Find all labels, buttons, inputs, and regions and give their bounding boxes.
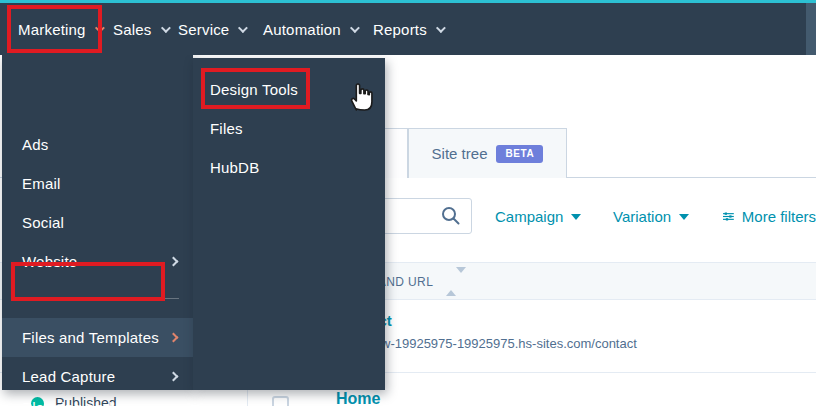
chevron-down-icon xyxy=(238,23,248,33)
menu-item-website[interactable]: Website xyxy=(2,242,193,281)
nav-item-service-label: Service xyxy=(178,21,229,38)
nav-item-marketing[interactable]: Marketing xyxy=(18,3,102,55)
menu-item-social-label: Social xyxy=(22,214,64,231)
menu-item-email[interactable]: Email xyxy=(2,164,193,203)
menu-item-files-and-templates[interactable]: Files and Templates xyxy=(2,318,193,357)
more-filters-button[interactable]: More filters xyxy=(723,198,816,234)
menu-item-planning-and-strategy-label: Planning and Strategy xyxy=(22,399,170,406)
menu-item-planning-and-strategy[interactable]: Planning and Strategy xyxy=(2,396,193,406)
submenu-item-files-label: Files xyxy=(210,120,243,137)
menu-item-website-label: Website xyxy=(22,253,77,270)
nav-item-sales[interactable]: Sales xyxy=(113,3,168,55)
nav-item-automation[interactable]: Automation xyxy=(263,3,357,55)
tab-site-tree[interactable]: Site tree BETA xyxy=(408,128,567,178)
chevron-down-icon xyxy=(436,23,446,33)
top-navigation-bar: Marketing Sales Service Automation Repor… xyxy=(0,3,816,55)
screenshot-root: Site tree BETA Campaign Variation xyxy=(0,0,816,406)
nav-item-reports[interactable]: Reports xyxy=(373,3,443,55)
menu-item-lead-capture[interactable]: Lead Capture xyxy=(2,357,193,396)
menu-item-social[interactable]: Social xyxy=(2,203,193,242)
more-filters-label: More filters xyxy=(742,208,816,225)
chevron-right-icon xyxy=(169,257,179,267)
page-row-title-link-home[interactable]: Home xyxy=(336,390,380,406)
dropdown-caret-icon xyxy=(679,214,689,220)
beta-badge: BETA xyxy=(496,145,543,163)
chevron-down-icon xyxy=(160,23,170,33)
menu-item-lead-capture-label: Lead Capture xyxy=(22,368,115,385)
submenu-item-design-tools-label: Design Tools xyxy=(210,81,298,98)
top-accent-bar xyxy=(0,0,816,3)
chevron-right-icon xyxy=(169,333,179,343)
cursor-pointer-icon xyxy=(347,80,373,114)
marketing-dropdown-menu: Ads Email Social Website Files and Templ… xyxy=(2,55,193,390)
menu-item-files-and-templates-label: Files and Templates xyxy=(22,329,159,346)
chevron-down-icon xyxy=(350,23,360,33)
filter-sliders-icon xyxy=(723,209,734,224)
submenu-item-files[interactable]: Files xyxy=(193,109,385,148)
dropdown-caret-icon xyxy=(571,214,581,220)
campaign-filter-dropdown[interactable]: Campaign xyxy=(495,198,581,234)
row-checkbox[interactable] xyxy=(272,396,289,406)
chevron-down-icon xyxy=(95,23,105,33)
search-icon xyxy=(441,206,460,225)
tab-site-tree-label: Site tree xyxy=(432,145,488,162)
nav-item-sales-label: Sales xyxy=(113,21,152,38)
submenu-item-hubdb-label: HubDB xyxy=(210,159,259,176)
window-edge-strip xyxy=(806,3,816,55)
nav-item-service[interactable]: Service xyxy=(178,3,245,55)
nav-item-automation-label: Automation xyxy=(263,21,341,38)
submenu-item-hubdb[interactable]: HubDB xyxy=(193,148,385,187)
menu-item-ads-label: Ads xyxy=(22,136,48,153)
menu-separator xyxy=(12,298,179,299)
sort-arrows-icon[interactable] xyxy=(446,273,456,291)
variation-filter-dropdown[interactable]: Variation xyxy=(613,198,689,234)
campaign-filter-label: Campaign xyxy=(495,208,563,225)
nav-item-reports-label: Reports xyxy=(373,21,427,38)
nav-item-marketing-label: Marketing xyxy=(18,21,86,38)
menu-item-ads[interactable]: Ads xyxy=(2,125,193,164)
variation-filter-label: Variation xyxy=(613,208,671,225)
page-row-url: w-19925975-19925975.hs-sites.com/contact xyxy=(381,336,637,351)
menu-item-email-label: Email xyxy=(22,175,61,192)
chevron-right-icon xyxy=(169,372,179,382)
